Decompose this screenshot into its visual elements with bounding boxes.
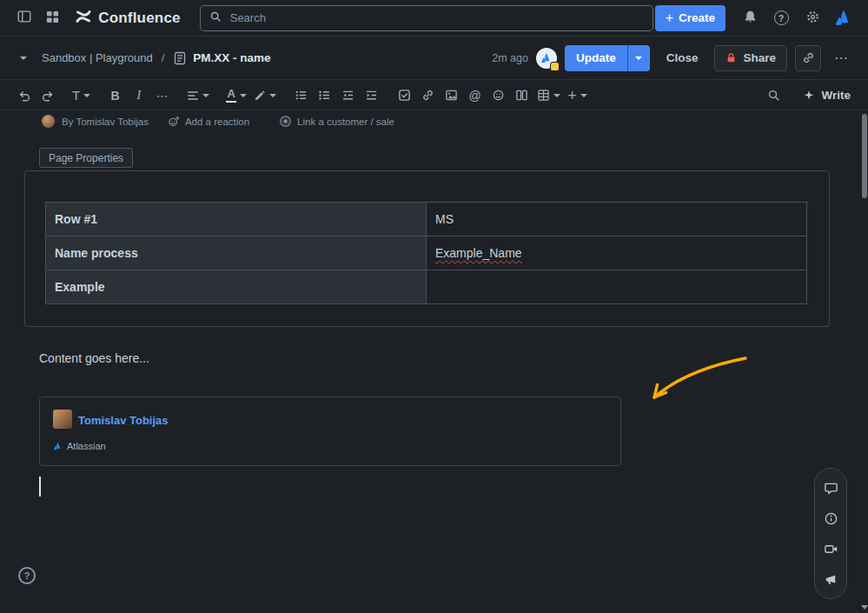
text-style-dropdown[interactable]: T bbox=[69, 83, 94, 107]
table-icon bbox=[537, 89, 550, 102]
chevron-down-icon bbox=[580, 94, 587, 97]
breadcrumb-separator: / bbox=[162, 51, 165, 64]
table-cell-key[interactable]: Example bbox=[46, 270, 427, 304]
settings-button[interactable] bbox=[798, 4, 826, 32]
task-list-button[interactable] bbox=[393, 83, 416, 107]
table-cell-key[interactable]: Name process bbox=[46, 237, 427, 270]
editor-toolbar: T B I ⋯ A bbox=[0, 81, 868, 110]
insert-image-button[interactable] bbox=[440, 83, 463, 107]
table-dropdown[interactable] bbox=[533, 83, 564, 107]
undo-button[interactable] bbox=[12, 83, 36, 107]
align-left-icon bbox=[187, 90, 199, 102]
chevron-down-icon bbox=[202, 94, 209, 97]
bold-button[interactable]: B bbox=[103, 83, 127, 107]
table-row: Name process Example_Name bbox=[46, 237, 808, 270]
confluence-logo[interactable]: Confluence bbox=[75, 8, 181, 28]
page-info-button[interactable] bbox=[818, 505, 844, 531]
user-avatar[interactable] bbox=[536, 48, 557, 69]
checkbox-icon bbox=[398, 89, 411, 102]
link-customer-button[interactable]: Link a customer / sale bbox=[274, 114, 400, 129]
profile-card[interactable]: Tomislav Tobijas Atlassian bbox=[39, 396, 621, 466]
body-paragraph[interactable]: Content goes here... bbox=[39, 351, 149, 365]
highlight-color-dropdown[interactable] bbox=[250, 83, 280, 107]
annotation-arrow bbox=[639, 348, 760, 410]
app-switcher-button[interactable] bbox=[39, 4, 66, 32]
page-properties-chip[interactable]: Page Properties bbox=[39, 148, 133, 168]
outdent-button[interactable] bbox=[336, 83, 360, 107]
help-button[interactable]: ? bbox=[767, 4, 795, 32]
add-reaction-button[interactable]: Add a reaction bbox=[162, 115, 255, 129]
text-color-dropdown[interactable]: A bbox=[222, 83, 250, 107]
last-edited-label[interactable]: 2m ago bbox=[492, 52, 528, 64]
search-input[interactable] bbox=[229, 10, 644, 25]
top-nav: Confluence + Create bbox=[0, 0, 868, 37]
columns-icon bbox=[515, 89, 528, 102]
page-title: PM.XX - name bbox=[193, 51, 270, 64]
comments-button[interactable] bbox=[818, 475, 844, 501]
copy-link-button[interactable] bbox=[795, 45, 821, 71]
redo-button[interactable] bbox=[36, 83, 59, 107]
scroll-down-arrow[interactable] bbox=[861, 605, 868, 610]
indent-icon bbox=[365, 89, 378, 102]
confluence-logo-icon bbox=[75, 8, 92, 28]
more-formatting-button[interactable]: ⋯ bbox=[150, 83, 174, 107]
table-cell-key[interactable]: Row #1 bbox=[46, 203, 427, 237]
insert-link-button[interactable] bbox=[416, 83, 440, 107]
app-grid-icon bbox=[46, 10, 59, 26]
add-reaction-icon bbox=[168, 116, 180, 128]
page-actions: 2m ago Update Close bbox=[492, 45, 854, 71]
table-cell-value[interactable]: MS bbox=[427, 203, 807, 237]
layouts-button[interactable] bbox=[510, 83, 533, 107]
breadcrumb[interactable]: Sandbox | Playground bbox=[42, 51, 153, 64]
search-icon bbox=[209, 10, 222, 25]
author-avatar[interactable] bbox=[42, 115, 55, 128]
update-split-button: Update bbox=[565, 45, 650, 71]
app-title: Confluence bbox=[98, 10, 181, 27]
top-nav-actions: + Create ? bbox=[655, 4, 858, 32]
create-button[interactable]: + Create bbox=[655, 5, 726, 31]
mention-button[interactable]: @ bbox=[463, 83, 487, 107]
notifications-button[interactable] bbox=[736, 4, 764, 32]
author-label: By Tomislav Tobijas bbox=[62, 117, 149, 127]
update-button[interactable]: Update bbox=[565, 45, 627, 71]
text-color-icon: A bbox=[226, 88, 236, 103]
insert-dropdown[interactable]: + bbox=[564, 83, 591, 107]
close-button[interactable]: Close bbox=[658, 45, 707, 71]
toolbar-right: Write bbox=[762, 83, 856, 107]
more-actions-button[interactable]: ⋯ bbox=[829, 49, 854, 67]
feedback-button[interactable] bbox=[818, 566, 844, 592]
chevron-down-icon bbox=[240, 94, 247, 97]
sidebar-toggle-button[interactable] bbox=[10, 4, 37, 32]
comment-icon bbox=[824, 481, 838, 496]
byline: By Tomislav Tobijas Add a reaction Link … bbox=[42, 114, 400, 129]
find-replace-button[interactable] bbox=[762, 83, 785, 107]
indent-button[interactable] bbox=[360, 83, 383, 107]
chevron-down-icon bbox=[553, 94, 560, 97]
scrollbar-thumb[interactable] bbox=[862, 114, 867, 198]
alignment-dropdown[interactable] bbox=[183, 83, 213, 107]
italic-button[interactable]: I bbox=[127, 83, 150, 107]
bullet-list-button[interactable] bbox=[289, 83, 313, 107]
gear-icon bbox=[805, 10, 820, 27]
numbered-list-button[interactable] bbox=[313, 83, 336, 107]
video-camera-icon bbox=[824, 542, 838, 556]
megaphone-icon bbox=[824, 572, 838, 587]
page-properties-table[interactable]: Row #1 MS Name process Example_Name Exam… bbox=[45, 202, 808, 304]
emoji-button[interactable] bbox=[487, 83, 510, 107]
image-icon bbox=[445, 89, 458, 102]
chevron-down-icon bbox=[269, 94, 276, 97]
ai-write-button[interactable]: Write bbox=[798, 88, 856, 103]
update-options-button[interactable] bbox=[627, 45, 650, 71]
record-video-button[interactable] bbox=[818, 536, 844, 562]
help-fab-button[interactable]: ? bbox=[18, 567, 36, 584]
profile-card-name[interactable]: Tomislav Tobijas bbox=[78, 414, 169, 427]
plus-icon: + bbox=[666, 11, 673, 25]
undo-icon bbox=[17, 89, 31, 103]
breadcrumb-collapse-button[interactable] bbox=[14, 49, 33, 68]
share-button[interactable]: Share bbox=[714, 45, 787, 71]
table-cell-value[interactable]: Example_Name bbox=[427, 237, 807, 270]
outdent-icon bbox=[341, 89, 354, 102]
table-cell-value[interactable] bbox=[427, 270, 807, 304]
bell-icon bbox=[743, 10, 758, 27]
global-search[interactable] bbox=[200, 5, 653, 31]
